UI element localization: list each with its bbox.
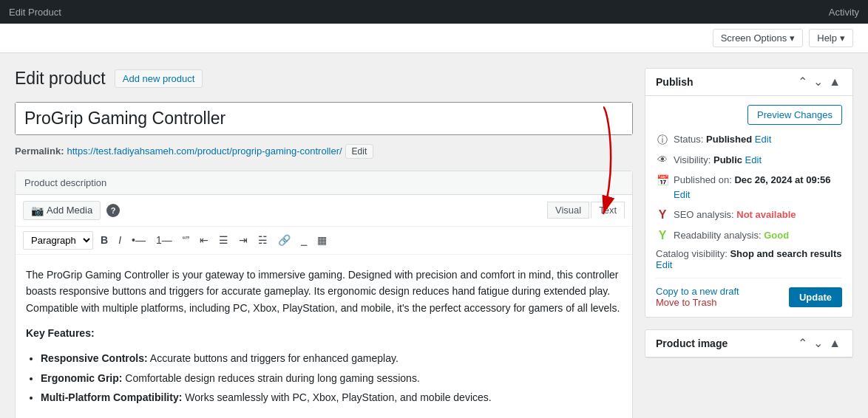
publish-header-controls: ⌃ ⌄ ▲ (796, 76, 842, 88)
align-center-button[interactable]: ☰ (216, 233, 231, 247)
left-actions: Copy to a new draft Move to Trash (656, 286, 739, 308)
move-trash-link[interactable]: Move to Trash (656, 297, 716, 308)
seo-icon: Y (656, 208, 669, 222)
seo-text: SEO analysis: Not available (674, 208, 796, 222)
admin-bar: Edit Product Activity (0, 0, 868, 24)
publish-actions: Copy to a new draft Move to Trash Update (656, 278, 842, 308)
image-icon: 📷 (31, 205, 44, 216)
preview-changes-button[interactable]: Preview Changes (747, 105, 842, 125)
ordered-list-button[interactable]: 1— (153, 233, 175, 247)
product-image-expand[interactable]: ▲ (827, 338, 842, 349)
publish-box-body: Preview Changes ⓘ Status: Published Edit… (645, 96, 852, 317)
editor-box: Product description 📷 Add Media ? Visual… (15, 171, 633, 418)
status-row: ⓘ Status: Published Edit (656, 132, 842, 147)
collapse-down-button[interactable]: ⌄ (812, 76, 824, 88)
align-justify-button[interactable]: ☵ (255, 233, 271, 247)
link-button[interactable]: 🔗 (275, 233, 294, 247)
visual-text-tabs: Visual Text (547, 202, 625, 219)
editor-content[interactable]: The ProGrip Gaming Controller is your ga… (16, 255, 632, 418)
bold-button[interactable]: B (98, 233, 111, 247)
product-title-input[interactable] (16, 103, 632, 134)
list-item: Responsive Controls: Accurate buttons an… (41, 350, 622, 366)
publish-box: Publish ⌃ ⌄ ▲ Preview Changes ⓘ Status: … (645, 68, 853, 318)
paragraph-select[interactable]: Paragraph (23, 231, 93, 250)
catalog-visibility-label: Catalog visibility: Shop and search resu… (656, 248, 841, 259)
list-item: Multi-Platform Compatibility: Works seam… (41, 389, 622, 405)
seo-row: Y SEO analysis: Not available (656, 208, 842, 222)
copy-draft-link[interactable]: Copy to a new draft (656, 286, 739, 297)
key-features-heading: Key Features: (26, 325, 622, 341)
editor-paragraph: The ProGrip Gaming Controller is your ga… (26, 267, 622, 316)
visibility-icon: 👁 (656, 154, 669, 167)
list-item: Ergonomic Grip: Comfortable design reduc… (41, 370, 622, 386)
chevron-down-icon: ▾ (840, 32, 845, 44)
add-media-button[interactable]: 📷 Add Media (23, 201, 101, 220)
status-text: Status: Published Edit (674, 132, 771, 147)
readability-icon: Y (656, 229, 669, 242)
catalog-edit-link[interactable]: Edit (656, 259, 842, 270)
publish-title: Publish (656, 76, 694, 88)
product-image-title: Product image (656, 338, 728, 349)
page-content: Edit product Add new product Permalink: … (0, 53, 868, 418)
visibility-text: Visibility: Public Edit (674, 153, 762, 168)
status-icon: ⓘ (656, 133, 669, 146)
editor-section-label: Product description (16, 171, 632, 195)
screen-options-button[interactable]: Screen Options ▾ (713, 29, 804, 47)
published-on-edit-link[interactable]: Edit (674, 189, 690, 200)
add-new-product-button[interactable]: Add new product (115, 69, 203, 88)
permalink-label: Permalink: (15, 145, 64, 157)
align-right-button[interactable]: ⇥ (236, 233, 251, 247)
sidebar-column: Publish ⌃ ⌄ ▲ Preview Changes ⓘ Status: … (645, 68, 853, 418)
visibility-row: 👁 Visibility: Public Edit (656, 153, 842, 168)
align-left-button[interactable]: ⇤ (197, 233, 211, 247)
publish-box-header: Publish ⌃ ⌄ ▲ (645, 69, 852, 96)
visibility-edit-link[interactable]: Edit (745, 154, 762, 165)
permalink-edit-button[interactable]: Edit (345, 144, 374, 159)
readability-text: Readability analysis: Good (674, 228, 789, 243)
help-button[interactable]: Help ▾ (809, 29, 853, 47)
main-column: Edit product Add new product Permalink: … (15, 68, 633, 418)
features-list: Responsive Controls: Accurate buttons an… (41, 350, 622, 405)
activity-link[interactable]: Activity (829, 7, 859, 18)
italic-button[interactable]: I (115, 233, 124, 247)
product-image-header-controls: ⌃ ⌄ ▲ (796, 338, 842, 349)
table-button[interactable]: ▦ (314, 233, 330, 247)
page-heading: Edit product Add new product (15, 68, 633, 90)
published-on-row: 📅 Published on: Dec 26, 2024 at 09:56Edi… (656, 173, 842, 202)
calendar-icon: 📅 (656, 174, 669, 187)
help-icon[interactable]: ? (106, 204, 120, 217)
admin-bar-title: Edit Product (9, 7, 61, 18)
product-image-box: Product image ⌃ ⌄ ▲ (645, 329, 853, 358)
status-edit-link[interactable]: Edit (755, 134, 771, 145)
unordered-list-button[interactable]: •— (129, 233, 149, 247)
readability-row: Y Readability analysis: Good (656, 228, 842, 243)
product-image-header: Product image ⌃ ⌄ ▲ (645, 330, 852, 357)
format-toolbar: Paragraph B I •— 1— “” ⇤ ☰ ⇥ ☵ 🔗 ⎯ ▦ (16, 227, 632, 255)
blockquote-button[interactable]: “” (180, 233, 192, 247)
top-bar: Screen Options ▾ Help ▾ (0, 24, 868, 53)
text-tab-button[interactable]: Text (591, 202, 625, 219)
editor-toolbar-row1: 📷 Add Media ? Visual Text (16, 195, 632, 227)
update-button[interactable]: Update (789, 287, 842, 307)
preview-changes-wrap: Preview Changes (656, 105, 842, 125)
expand-button[interactable]: ▲ (827, 76, 842, 88)
page-title: Edit product (15, 68, 106, 90)
collapse-up-button[interactable]: ⌃ (796, 76, 809, 88)
visual-tab-button[interactable]: Visual (547, 202, 589, 219)
product-image-collapse-down[interactable]: ⌄ (812, 338, 824, 349)
permalink-row: Permalink: https://test.fadiyahsameh.com… (15, 144, 633, 159)
horizontal-rule-button[interactable]: ⎯ (298, 233, 310, 247)
product-image-collapse-up[interactable]: ⌃ (796, 338, 809, 349)
chevron-down-icon: ▾ (790, 32, 795, 44)
product-title-wrap (15, 102, 633, 135)
permalink-url[interactable]: https://test.fadiyahsameh.com/product/pr… (67, 145, 342, 157)
catalog-visibility-row: Catalog visibility: Shop and search resu… (656, 248, 842, 270)
published-on-text: Published on: Dec 26, 2024 at 09:56Edit (674, 173, 831, 202)
